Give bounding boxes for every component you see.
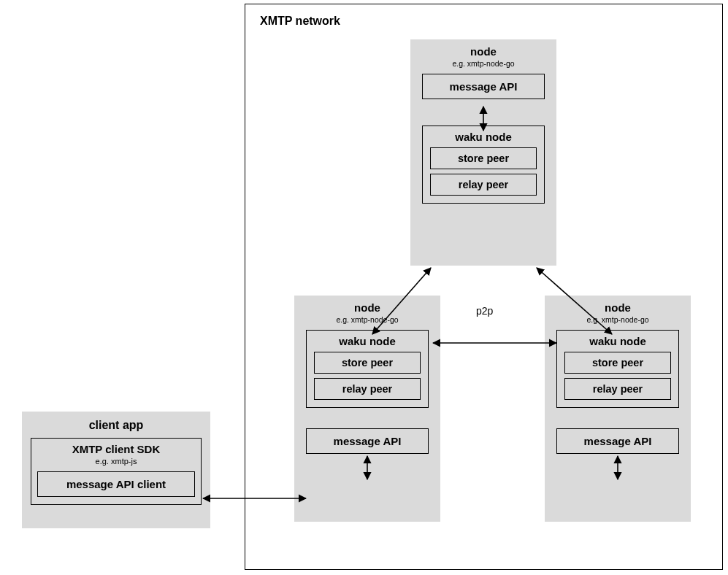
p2p-label: p2p	[476, 305, 493, 317]
node-bottom-right: node e.g. xmtp-node-go waku node store p…	[545, 296, 691, 522]
sdk-title: XMTP client SDK	[37, 443, 195, 455]
node-subtitle: e.g. xmtp-node-go	[410, 59, 556, 68]
message-api-box: message API	[556, 428, 679, 454]
client-app-box: client app XMTP client SDK e.g. xmtp-js …	[22, 412, 210, 528]
waku-box: waku node store peer relay peer	[422, 126, 545, 204]
network-title: XMTP network	[260, 15, 340, 28]
relay-peer-box: relay peer	[564, 378, 671, 400]
relay-peer-box: relay peer	[430, 174, 537, 196]
node-title: node	[410, 39, 556, 58]
waku-title: waku node	[314, 335, 421, 347]
store-peer-box: store peer	[564, 352, 671, 374]
node-top: node e.g. xmtp-node-go message API waku …	[410, 39, 556, 266]
relay-peer-box: relay peer	[314, 378, 421, 400]
store-peer-box: store peer	[314, 352, 421, 374]
message-api-client-box: message API client	[37, 471, 195, 497]
message-api-box: message API	[306, 428, 429, 454]
node-title: node	[545, 296, 691, 314]
store-peer-box: store peer	[430, 147, 537, 169]
waku-title: waku node	[430, 131, 537, 143]
client-app-title: client app	[22, 412, 210, 432]
waku-box: waku node store peer relay peer	[306, 330, 429, 408]
diagram-canvas: XMTP network client app XMTP client SDK …	[0, 0, 728, 575]
waku-box: waku node store peer relay peer	[556, 330, 679, 408]
waku-title: waku node	[564, 335, 671, 347]
node-subtitle: e.g. xmtp-node-go	[545, 315, 691, 324]
sdk-subtitle: e.g. xmtp-js	[37, 457, 195, 466]
node-subtitle: e.g. xmtp-node-go	[294, 315, 440, 324]
sdk-box: XMTP client SDK e.g. xmtp-js message API…	[31, 438, 202, 505]
message-api-box: message API	[422, 74, 545, 99]
node-title: node	[294, 296, 440, 314]
node-bottom-left: node e.g. xmtp-node-go waku node store p…	[294, 296, 440, 522]
